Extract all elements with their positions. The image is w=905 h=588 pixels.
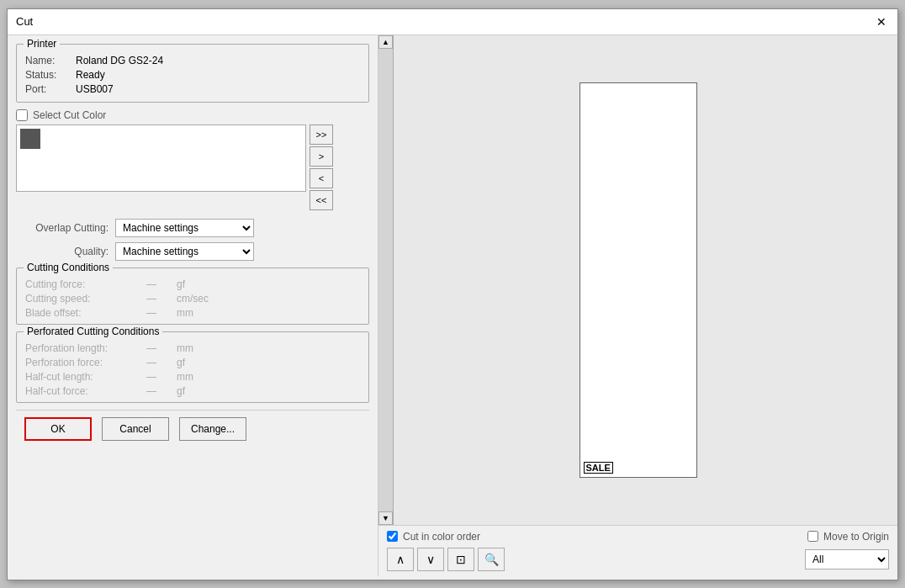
color-section: Select Cut Color >> > < <<	[16, 109, 369, 210]
perforation-force-label: Perforation force:	[25, 357, 126, 368]
printer-info: Name: Roland DG GS2-24 Status: Ready Por…	[25, 55, 360, 95]
select-cut-color-label: Select Cut Color	[33, 109, 106, 121]
printer-status-value: Ready	[76, 69, 360, 81]
scroll-track	[378, 49, 393, 511]
printer-port-value: USB007	[76, 83, 360, 95]
ok-button[interactable]: OK	[24, 417, 92, 441]
left-panel: Printer Name: Roland DG GS2-24 Status: R…	[8, 35, 378, 576]
cutting-speed-label: Cutting speed:	[25, 293, 126, 305]
close-button[interactable]: ✕	[874, 14, 889, 29]
cut-dialog: Cut ✕ Printer Name: Roland DG GS2-24 Sta…	[7, 8, 898, 580]
blade-offset-unit: mm	[177, 307, 219, 319]
right-bottom-controls: Cut in color order Move to Origin ∧ ∨ ⊡ …	[378, 525, 897, 576]
perforated-conditions-grid: Perforation length: — mm Perforation for…	[25, 342, 360, 397]
settings-section: Overlap Cutting: Machine settings Qualit…	[16, 217, 369, 261]
half-cut-length-label: Half-cut length:	[25, 371, 126, 383]
overlap-select[interactable]: Machine settings	[115, 219, 254, 237]
collapse-button[interactable]: <<	[310, 190, 333, 210]
blade-offset-label: Blade offset:	[25, 307, 126, 319]
perforated-conditions-group: Perforated Cutting Conditions Perforatio…	[16, 331, 369, 403]
cut-in-color-order-row: Cut in color order	[387, 531, 480, 543]
navigation-buttons: ∧ ∨ ⊡ 🔍	[387, 548, 505, 571]
cutting-force-value: —	[126, 278, 177, 290]
perforated-conditions-title: Perforated Cutting Conditions	[24, 326, 162, 337]
perforation-force-unit: gf	[177, 357, 219, 368]
color-list-area: >> > < <<	[16, 124, 369, 210]
dialog-title: Cut	[16, 15, 33, 28]
overlap-label: Overlap Cutting:	[16, 222, 108, 234]
printer-group: Printer Name: Roland DG GS2-24 Status: R…	[16, 44, 369, 103]
cut-in-color-order-label: Cut in color order	[403, 531, 480, 543]
color-list	[16, 124, 306, 192]
preview-canvas: SALE	[580, 82, 697, 478]
perforation-length-unit: mm	[177, 342, 219, 354]
move-right-button[interactable]: >	[310, 146, 333, 167]
right-bottom-top: Cut in color order Move to Origin	[387, 531, 889, 543]
change-button[interactable]: Change...	[179, 417, 246, 441]
preview-label: SALE	[584, 462, 613, 474]
printer-status-label: Status:	[25, 69, 76, 81]
select-cut-color-checkbox[interactable]	[16, 109, 28, 121]
perforation-length-value: —	[126, 342, 177, 354]
cutting-conditions-title: Cutting Conditions	[24, 262, 113, 273]
blade-offset-value: —	[126, 307, 177, 319]
cutting-speed-value: —	[126, 293, 177, 305]
left-scrollbar: ▲ ▼	[378, 35, 394, 525]
cutting-force-unit: gf	[177, 278, 219, 290]
title-bar: Cut ✕	[8, 9, 897, 35]
move-left-button[interactable]: <	[310, 168, 333, 188]
move-to-origin-row: Move to Origin	[807, 531, 889, 543]
color-swatch	[20, 129, 40, 149]
perforation-length-label: Perforation length:	[25, 342, 126, 354]
dialog-body: Printer Name: Roland DG GS2-24 Status: R…	[8, 35, 897, 576]
zoom-button[interactable]: 🔍	[478, 548, 505, 571]
half-cut-force-value: —	[126, 385, 177, 397]
select-button[interactable]: ⊡	[447, 548, 474, 571]
zoom-select[interactable]: All Fit 25% 50% 75% 100% 200%	[805, 549, 889, 569]
right-bottom-bottom: ∧ ∨ ⊡ 🔍 All Fit 25% 50% 75% 100%	[387, 548, 889, 571]
perforation-force-value: —	[126, 357, 177, 368]
half-cut-length-unit: mm	[177, 371, 219, 383]
printer-name-label: Name:	[25, 55, 76, 66]
cutting-force-label: Cutting force:	[25, 278, 126, 290]
quality-row: Quality: Machine settings	[16, 242, 369, 261]
zoom-select-container: All Fit 25% 50% 75% 100% 200%	[805, 549, 889, 569]
printer-group-title: Printer	[24, 38, 60, 50]
preview-area: ▲ ▼ SALE	[378, 35, 897, 525]
printer-name-value: Roland DG GS2-24	[76, 55, 360, 66]
cut-in-color-order-checkbox[interactable]	[387, 531, 398, 542]
expand-button[interactable]: >>	[310, 124, 333, 145]
printer-port-label: Port:	[25, 83, 76, 95]
move-to-origin-checkbox[interactable]	[807, 531, 818, 542]
move-to-origin-label: Move to Origin	[823, 531, 889, 543]
quality-label: Quality:	[16, 246, 108, 257]
down-button[interactable]: ∨	[417, 548, 444, 571]
overlap-row: Overlap Cutting: Machine settings	[16, 219, 369, 237]
cutting-conditions-group: Cutting Conditions Cutting force: — gf C…	[16, 268, 369, 325]
right-panel: ▲ ▼ SALE Cut in color order	[378, 35, 897, 576]
scroll-up-button[interactable]: ▲	[378, 35, 393, 49]
half-cut-force-label: Half-cut force:	[25, 385, 126, 397]
bottom-buttons: OK Cancel Change...	[16, 410, 369, 448]
cutting-conditions-grid: Cutting force: — gf Cutting speed: — cm/…	[25, 278, 360, 319]
scroll-down-button[interactable]: ▼	[378, 511, 393, 525]
cancel-button[interactable]: Cancel	[102, 417, 169, 441]
up-button[interactable]: ∧	[387, 548, 414, 571]
half-cut-force-unit: gf	[177, 385, 219, 397]
arrow-buttons: >> > < <<	[310, 124, 333, 210]
select-cut-color-row: Select Cut Color	[16, 109, 369, 121]
half-cut-length-value: —	[126, 371, 177, 383]
quality-select[interactable]: Machine settings	[115, 242, 254, 261]
cutting-speed-unit: cm/sec	[177, 293, 219, 305]
